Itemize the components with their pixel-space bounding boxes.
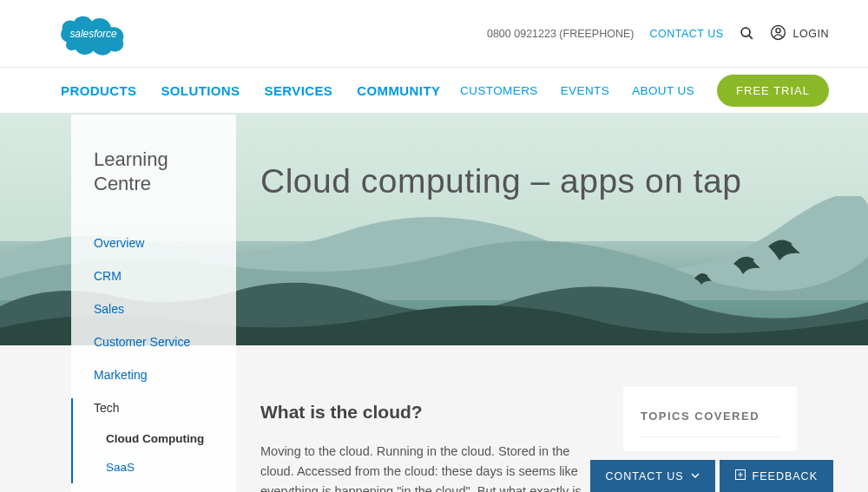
nav-products[interactable]: PRODUCTS <box>61 83 136 98</box>
feedback-plus-icon <box>735 469 746 482</box>
sidebar-item-saas[interactable]: SaaS <box>106 453 214 482</box>
feedback-button-label: FEEDBACK <box>753 470 818 482</box>
sidebar-item-overview[interactable]: Overview <box>94 226 214 259</box>
sidebar-item-sales[interactable]: Sales <box>94 292 214 325</box>
contact-us-button[interactable]: CONTACT US <box>590 460 715 492</box>
article-body: Moving to the cloud. Running in the clou… <box>260 442 590 492</box>
nav-events[interactable]: EVENTS <box>561 84 609 97</box>
login-link[interactable]: LOGIN <box>770 24 829 43</box>
nav-secondary-group: CUSTOMERS EVENTS ABOUT US FREE TRIAL <box>460 75 829 107</box>
contact-us-button-label: CONTACT US <box>606 470 684 482</box>
chevron-down-icon <box>691 470 700 482</box>
sidebar-item-customer-service[interactable]: Customer Service <box>94 325 214 358</box>
topics-covered-box: TOPICS COVERED <box>623 387 797 451</box>
utility-right: 0800 0921223 (FREEPHONE) CONTACT US LOGI… <box>487 24 829 43</box>
main-nav: PRODUCTS SOLUTIONS SERVICES COMMUNITY CU… <box>0 68 868 114</box>
salesforce-logo[interactable]: salesforce <box>56 10 130 58</box>
feedback-button[interactable]: FEEDBACK <box>720 460 833 492</box>
nav-customers[interactable]: CUSTOMERS <box>460 84 538 97</box>
topics-covered-title: TOPICS COVERED <box>641 410 779 437</box>
contact-us-link[interactable]: CONTACT US <box>649 28 723 40</box>
sidebar-sub-tech: Cloud Computing SaaS <box>94 424 214 482</box>
nav-community[interactable]: COMMUNITY <box>357 83 440 98</box>
birds-icon <box>686 239 807 304</box>
sidebar-title: Learning Centre <box>94 148 214 195</box>
svg-point-1 <box>741 28 750 36</box>
sidebar-item-cloud-computing[interactable]: Cloud Computing <box>106 424 214 453</box>
svg-line-2 <box>748 36 752 39</box>
nav-solutions[interactable]: SOLUTIONS <box>161 83 240 98</box>
free-trial-button[interactable]: FREE TRIAL <box>717 75 829 107</box>
sidebar: Learning Centre Overview CRM Sales Custo… <box>71 115 236 492</box>
bottom-buttons: CONTACT US FEEDBACK <box>590 460 834 492</box>
nav-services[interactable]: SERVICES <box>264 83 332 98</box>
nav-primary-group: PRODUCTS SOLUTIONS SERVICES COMMUNITY <box>61 83 440 98</box>
sidebar-item-marketing[interactable]: Marketing <box>94 358 214 391</box>
svg-text:salesforce: salesforce <box>69 28 117 40</box>
phone-number: 0800 0921223 (FREEPHONE) <box>487 28 635 40</box>
sidebar-item-crm[interactable]: CRM <box>94 259 214 292</box>
sidebar-item-tech[interactable]: Tech <box>94 391 214 424</box>
nav-about-us[interactable]: ABOUT US <box>632 84 694 97</box>
login-label: LOGIN <box>793 28 829 40</box>
utility-bar: salesforce 0800 0921223 (FREEPHONE) CONT… <box>0 0 868 68</box>
page-title: Cloud computing – apps on tap <box>260 162 741 200</box>
user-icon <box>770 24 786 43</box>
search-icon[interactable] <box>740 26 754 41</box>
svg-point-4 <box>776 28 780 32</box>
